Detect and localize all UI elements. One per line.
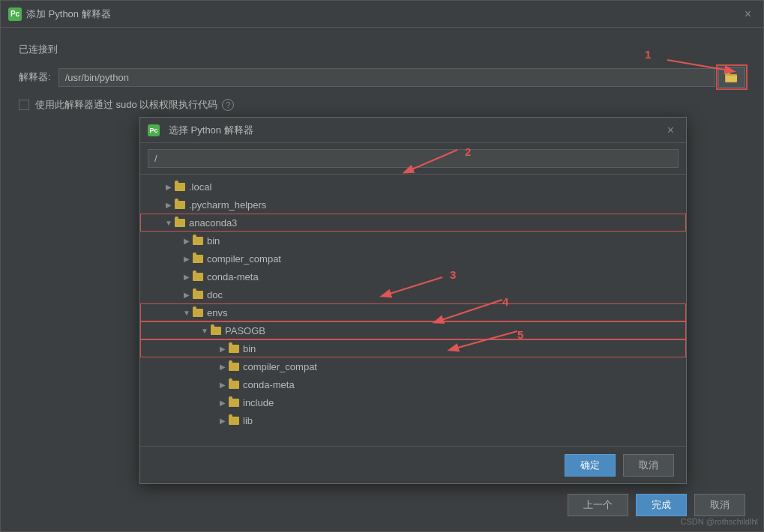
arrow-compiler2: ▶ [217, 363, 229, 371]
interpreter-label: 解释器: [19, 70, 51, 84]
arrow-include: ▶ [217, 399, 229, 407]
label-include: include [243, 397, 274, 408]
outer-close-button[interactable]: × [740, 6, 756, 22]
tree-item-pasogb[interactable]: ▼ PASOGB [140, 321, 686, 339]
folder-conda2 [229, 381, 239, 389]
outer-dialog-title: 添加 Python 解释器 [26, 7, 740, 21]
folder-lib [229, 417, 239, 425]
inner-cancel-button[interactable]: 取消 [623, 454, 674, 477]
folder-bin1 [193, 237, 203, 245]
file-tree[interactable]: ▶ .local ▶ .pycharm_helpers ▼ anaconda3 … [140, 175, 686, 429]
inner-dialog-footer: 确定 取消 [140, 446, 686, 483]
label-pasogb: PASOGB [225, 325, 265, 336]
tree-item-compiler2[interactable]: ▶ compiler_compat [140, 357, 686, 375]
tree-item-bin2[interactable]: ▶ bin [140, 339, 686, 357]
label-doc: doc [207, 289, 223, 300]
arrow-bin1: ▶ [181, 237, 193, 245]
svg-rect-1 [725, 73, 730, 76]
tree-item-conda-meta2[interactable]: ▶ conda-meta [140, 375, 686, 393]
sudo-checkbox[interactable] [19, 100, 29, 110]
folder-compiler1 [193, 255, 203, 263]
inner-pycharm-icon: Pc [148, 124, 160, 136]
pycharm-icon: Pc [8, 7, 22, 21]
connected-row: 已连接到 [19, 43, 745, 56]
arrow-pasogb: ▼ [199, 327, 211, 335]
outer-dialog: Pc 添加 Python 解释器 × 已连接到 解释器: 使用此解释器通 [0, 0, 764, 532]
label-envs: envs [207, 307, 227, 318]
svg-rect-2 [726, 76, 737, 82]
folder-pycharm [175, 201, 185, 209]
label-anaconda3: anaconda3 [189, 217, 237, 229]
connected-label: 已连接到 [19, 43, 58, 56]
interpreter-input[interactable] [58, 68, 715, 87]
tree-item-include[interactable]: ▶ include [140, 393, 686, 411]
label-local: .local [189, 181, 211, 193]
tree-item-anaconda3[interactable]: ▼ anaconda3 [140, 214, 686, 232]
label-bin1: bin [207, 235, 220, 247]
tree-item-envs[interactable]: ▼ envs [140, 303, 686, 321]
folder-include [229, 399, 239, 407]
folder-envs [193, 309, 203, 317]
path-input[interactable] [148, 149, 679, 168]
tree-item-pycharm[interactable]: ▶ .pycharm_helpers [140, 196, 686, 214]
arrow-anaconda3: ▼ [163, 219, 175, 227]
interpreter-row: 解释器: [19, 67, 745, 88]
folder-local [175, 183, 185, 191]
arrow-doc: ▶ [181, 291, 193, 299]
label-bin2: bin [243, 343, 256, 354]
folder-open-icon [725, 72, 739, 82]
arrow-pycharm: ▶ [163, 201, 175, 209]
folder-pasogb [211, 327, 221, 335]
label-compiler2: compiler_compat [243, 361, 317, 372]
arrow-compiler1: ▶ [181, 255, 193, 263]
label-conda2: conda-meta [243, 379, 295, 390]
label-conda1: conda-meta [207, 271, 259, 282]
arrow-conda1: ▶ [181, 273, 193, 281]
folder-bin2 [229, 345, 239, 353]
arrow-bin2: ▶ [217, 345, 229, 353]
inner-dialog-titlebar: Pc 选择 Python 解释器 × [140, 118, 686, 143]
inner-dialog: Pc 选择 Python 解释器 × ▶ .local ▶ .pycharm_h… [139, 117, 687, 484]
tree-item-local[interactable]: ▶ .local [140, 178, 686, 196]
outer-dialog-titlebar: Pc 添加 Python 解释器 × [1, 1, 763, 28]
browse-button[interactable] [718, 67, 745, 88]
arrow-envs: ▼ [181, 309, 193, 317]
sudo-checkbox-row: 使用此解释器通过 sudo 以根权限执行代码 ? [19, 98, 745, 112]
outer-cancel-button[interactable]: 取消 [694, 494, 745, 516]
tree-item-bin1[interactable]: ▶ bin [140, 232, 686, 250]
folder-anaconda3 [175, 219, 185, 227]
folder-conda1 [193, 273, 203, 281]
tree-item-lib[interactable]: ▶ lib [140, 411, 686, 429]
help-icon[interactable]: ? [222, 99, 234, 111]
tree-item-doc[interactable]: ▶ doc [140, 285, 686, 303]
folder-doc [193, 291, 203, 299]
label-pycharm: .pycharm_helpers [189, 199, 266, 211]
tree-item-conda-meta1[interactable]: ▶ conda-meta [140, 267, 686, 285]
inner-dialog-title: 选择 Python 解释器 [169, 124, 663, 137]
label-lib: lib [243, 415, 253, 426]
inner-close-button[interactable]: × [663, 122, 679, 139]
confirm-button[interactable]: 确定 [565, 454, 616, 477]
label-compiler1: compiler_compat [207, 253, 281, 265]
arrow-local: ▶ [163, 183, 175, 191]
path-input-row [140, 143, 686, 175]
arrow-conda2: ▶ [217, 381, 229, 389]
sudo-label: 使用此解释器通过 sudo 以根权限执行代码 [35, 98, 217, 112]
arrow-lib: ▶ [217, 417, 229, 425]
tree-item-compiler1[interactable]: ▶ compiler_compat [140, 250, 686, 267]
folder-compiler2 [229, 363, 239, 371]
outer-dialog-footer: 上一个 完成 取消 [568, 494, 745, 516]
prev-button[interactable]: 上一个 [568, 494, 628, 516]
watermark: CSDN @rothschildlhl [681, 517, 758, 526]
finish-button[interactable]: 完成 [636, 494, 687, 516]
